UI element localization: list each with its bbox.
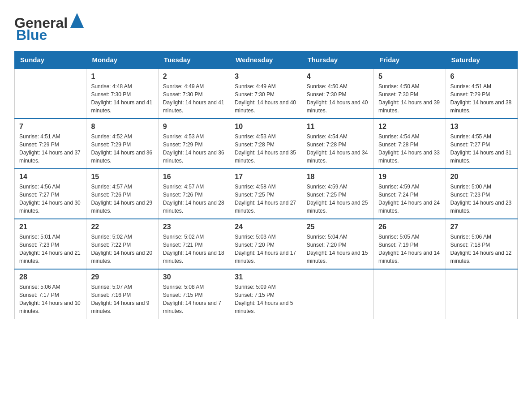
daylight-text: Daylight: 14 hours and 9 minutes. (91, 299, 153, 315)
sunset-text: Sunset: 7:21 PM (163, 241, 225, 249)
sunrise-text: Sunrise: 4:50 AM (307, 82, 369, 90)
day-info: Sunrise: 4:51 AMSunset: 7:29 PMDaylight:… (450, 82, 513, 115)
day-number: 19 (378, 173, 441, 181)
day-cell: 29Sunrise: 5:07 AMSunset: 7:16 PMDayligh… (86, 269, 158, 319)
daylight-text: Daylight: 14 hours and 20 minutes. (91, 249, 153, 265)
sunset-text: Sunset: 7:28 PM (378, 141, 441, 149)
week-row-1: 1Sunrise: 4:48 AMSunset: 7:30 PMDaylight… (15, 68, 518, 119)
day-info: Sunrise: 5:06 AMSunset: 7:18 PMDaylight:… (450, 233, 513, 265)
daylight-text: Daylight: 14 hours and 25 minutes. (307, 199, 369, 215)
sunrise-text: Sunrise: 4:56 AM (19, 183, 82, 191)
sunset-text: Sunset: 7:29 PM (450, 90, 513, 98)
day-number: 18 (307, 173, 369, 181)
sunrise-text: Sunrise: 4:51 AM (450, 82, 513, 90)
calendar-header: Sunday Monday Tuesday Wednesday Thursday… (15, 51, 518, 69)
sunset-text: Sunset: 7:29 PM (91, 141, 153, 149)
day-cell: 26Sunrise: 5:05 AMSunset: 7:19 PMDayligh… (374, 219, 446, 269)
day-number: 26 (378, 223, 441, 231)
day-number: 23 (163, 223, 225, 231)
daylight-text: Daylight: 14 hours and 41 minutes. (163, 98, 225, 115)
day-number: 2 (163, 73, 225, 81)
day-cell: 20Sunrise: 5:00 AMSunset: 7:23 PMDayligh… (446, 169, 517, 219)
sunrise-text: Sunrise: 5:06 AM (450, 233, 513, 241)
day-number: 22 (91, 223, 153, 231)
sunrise-text: Sunrise: 4:58 AM (235, 183, 297, 191)
day-cell: 18Sunrise: 4:59 AMSunset: 7:25 PMDayligh… (302, 169, 373, 219)
day-cell: 6Sunrise: 4:51 AMSunset: 7:29 PMDaylight… (446, 68, 517, 119)
daylight-text: Daylight: 14 hours and 38 minutes. (450, 98, 513, 115)
daylight-text: Daylight: 14 hours and 41 minutes. (91, 98, 153, 115)
day-info: Sunrise: 5:04 AMSunset: 7:20 PMDaylight:… (307, 233, 369, 265)
sunrise-text: Sunrise: 5:06 AM (19, 283, 82, 291)
day-cell: 16Sunrise: 4:57 AMSunset: 7:26 PMDayligh… (158, 169, 230, 219)
day-info: Sunrise: 4:54 AMSunset: 7:28 PMDaylight:… (307, 133, 369, 165)
sunset-text: Sunset: 7:28 PM (307, 141, 369, 149)
daylight-text: Daylight: 14 hours and 15 minutes. (307, 249, 369, 265)
sunset-text: Sunset: 7:17 PM (19, 291, 82, 299)
day-cell: 7Sunrise: 4:51 AMSunset: 7:29 PMDaylight… (15, 119, 86, 169)
day-number: 4 (307, 73, 369, 81)
sunrise-text: Sunrise: 5:03 AM (235, 233, 297, 241)
day-info: Sunrise: 4:54 AMSunset: 7:28 PMDaylight:… (378, 133, 441, 165)
sunrise-text: Sunrise: 5:05 AM (378, 233, 441, 241)
day-cell (15, 68, 86, 119)
day-info: Sunrise: 4:49 AMSunset: 7:30 PMDaylight:… (235, 82, 297, 115)
day-cell: 1Sunrise: 4:48 AMSunset: 7:30 PMDaylight… (86, 68, 158, 119)
sunset-text: Sunset: 7:30 PM (235, 90, 297, 98)
day-cell: 14Sunrise: 4:56 AMSunset: 7:27 PMDayligh… (15, 169, 86, 219)
day-number: 14 (19, 173, 82, 181)
day-number: 11 (307, 123, 369, 131)
sunset-text: Sunset: 7:30 PM (307, 90, 369, 98)
day-info: Sunrise: 5:05 AMSunset: 7:19 PMDaylight:… (378, 233, 441, 265)
daylight-text: Daylight: 14 hours and 35 minutes. (235, 149, 297, 165)
daylight-text: Daylight: 14 hours and 7 minutes. (163, 299, 225, 315)
sunrise-text: Sunrise: 4:53 AM (235, 133, 297, 141)
daylight-text: Daylight: 14 hours and 33 minutes. (378, 149, 441, 165)
day-info: Sunrise: 4:53 AMSunset: 7:28 PMDaylight:… (235, 133, 297, 165)
daylight-text: Daylight: 14 hours and 5 minutes. (235, 299, 297, 315)
day-info: Sunrise: 4:53 AMSunset: 7:29 PMDaylight:… (163, 133, 225, 165)
sunset-text: Sunset: 7:23 PM (19, 241, 82, 249)
sunrise-text: Sunrise: 4:53 AM (163, 133, 225, 141)
sunrise-text: Sunrise: 4:50 AM (378, 82, 441, 90)
day-info: Sunrise: 4:57 AMSunset: 7:26 PMDaylight:… (91, 183, 153, 215)
day-cell: 27Sunrise: 5:06 AMSunset: 7:18 PMDayligh… (446, 219, 517, 269)
day-cell: 24Sunrise: 5:03 AMSunset: 7:20 PMDayligh… (230, 219, 302, 269)
week-row-4: 21Sunrise: 5:01 AMSunset: 7:23 PMDayligh… (15, 219, 518, 269)
calendar-table: Sunday Monday Tuesday Wednesday Thursday… (14, 51, 518, 319)
svg-text:Blue: Blue (16, 27, 47, 42)
day-cell: 15Sunrise: 4:57 AMSunset: 7:26 PMDayligh… (86, 169, 158, 219)
sunrise-text: Sunrise: 4:55 AM (450, 133, 513, 141)
day-number: 5 (378, 73, 441, 81)
daylight-text: Daylight: 14 hours and 36 minutes. (163, 149, 225, 165)
sunrise-text: Sunrise: 5:02 AM (91, 233, 153, 241)
col-monday: Monday (86, 51, 158, 69)
daylight-text: Daylight: 14 hours and 21 minutes. (19, 249, 82, 265)
sunrise-text: Sunrise: 5:07 AM (91, 283, 153, 291)
day-number: 21 (19, 223, 82, 231)
logo: General Blue (14, 11, 90, 42)
daylight-text: Daylight: 14 hours and 37 minutes. (19, 149, 82, 165)
day-cell: 8Sunrise: 4:52 AMSunset: 7:29 PMDaylight… (86, 119, 158, 169)
day-number: 3 (235, 73, 297, 81)
sunrise-text: Sunrise: 4:51 AM (19, 133, 82, 141)
day-cell: 5Sunrise: 4:50 AMSunset: 7:30 PMDaylight… (374, 68, 446, 119)
daylight-text: Daylight: 14 hours and 40 minutes. (235, 98, 297, 115)
daylight-text: Daylight: 14 hours and 17 minutes. (235, 249, 297, 265)
day-info: Sunrise: 4:51 AMSunset: 7:29 PMDaylight:… (19, 133, 82, 165)
day-info: Sunrise: 5:07 AMSunset: 7:16 PMDaylight:… (91, 283, 153, 315)
day-info: Sunrise: 4:59 AMSunset: 7:25 PMDaylight:… (307, 183, 369, 215)
day-cell: 30Sunrise: 5:08 AMSunset: 7:15 PMDayligh… (158, 269, 230, 319)
day-info: Sunrise: 4:55 AMSunset: 7:27 PMDaylight:… (450, 133, 513, 165)
col-wednesday: Wednesday (230, 51, 302, 69)
day-number: 24 (235, 223, 297, 231)
daylight-text: Daylight: 14 hours and 40 minutes. (307, 98, 369, 115)
day-info: Sunrise: 4:57 AMSunset: 7:26 PMDaylight:… (163, 183, 225, 215)
day-number: 27 (450, 223, 513, 231)
sunrise-text: Sunrise: 5:09 AM (235, 283, 297, 291)
day-number: 1 (91, 73, 153, 81)
calendar-body: 1Sunrise: 4:48 AMSunset: 7:30 PMDaylight… (15, 68, 518, 319)
daylight-text: Daylight: 14 hours and 12 minutes. (450, 249, 513, 265)
day-cell (374, 269, 446, 319)
sunset-text: Sunset: 7:16 PM (91, 291, 153, 299)
